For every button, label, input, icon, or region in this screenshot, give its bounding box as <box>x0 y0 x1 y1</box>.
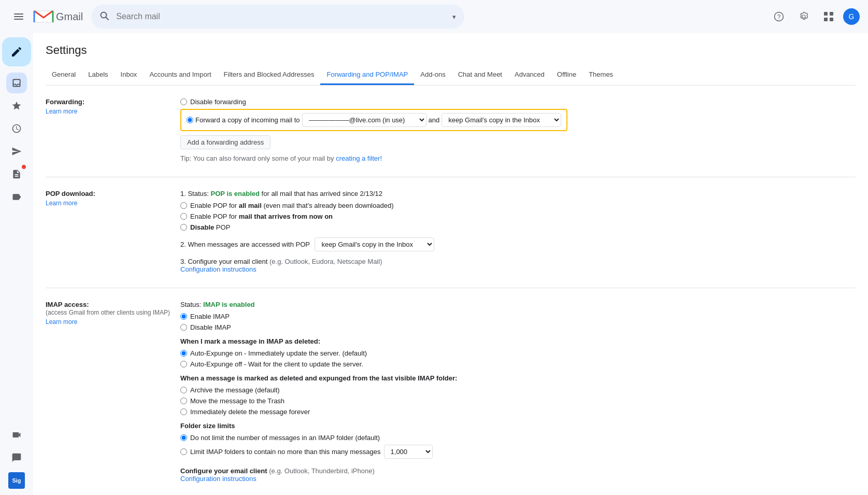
forwarding-learn-more[interactable]: Learn more <box>46 108 172 115</box>
pop-label-col: POP download: Learn more <box>46 190 180 273</box>
imap-enable-radio[interactable] <box>180 313 187 320</box>
add-forwarding-button[interactable]: Add a forwarding address <box>180 135 271 149</box>
main-content: Settings General Labels Inbox Accounts a… <box>33 33 868 495</box>
svg-line-4 <box>106 17 109 20</box>
tab-filters[interactable]: Filters and Blocked Addresses <box>218 65 321 85</box>
forward-disable-radio[interactable] <box>180 98 187 105</box>
pop-all-mail-row: Enable POP for all mail (even mail that'… <box>180 202 856 209</box>
imap-learn-more[interactable]: Learn more <box>46 318 172 326</box>
pop-now-label: Enable POP for mail that arrives from no… <box>190 213 333 220</box>
pop-config-link[interactable]: Configuration instructions <box>180 265 257 273</box>
forwarding-label: Forwarding: <box>46 98 84 106</box>
imap-archive-radio[interactable] <box>180 387 187 393</box>
sidebar-item-drafts[interactable] <box>6 164 27 185</box>
create-filter-link[interactable]: creating a filter! <box>336 154 382 162</box>
imap-delete-forever-radio[interactable] <box>180 408 187 415</box>
imap-delete-forever-row: Immediately delete the message forever <box>180 408 856 416</box>
imap-configure-label: Configure your email client (e.g. Outloo… <box>180 467 856 475</box>
user-avatar[interactable]: G <box>843 8 860 25</box>
sidebar-item-hangouts[interactable]: Sig <box>6 470 27 491</box>
pop-all-label: Enable POP for all mail (even mail that'… <box>190 202 394 209</box>
imap-auto-expunge-off-radio[interactable] <box>180 361 187 367</box>
search-dropdown-icon[interactable]: ▾ <box>452 13 456 21</box>
pop-learn-more[interactable]: Learn more <box>46 200 172 207</box>
settings-tabs: General Labels Inbox Accounts and Import… <box>46 65 856 86</box>
imap-disable-radio[interactable] <box>180 324 187 331</box>
imap-limit-radio[interactable] <box>180 448 187 455</box>
tab-general[interactable]: General <box>46 65 82 85</box>
tab-labels[interactable]: Labels <box>82 65 114 85</box>
settings-title: Settings <box>46 44 856 57</box>
sidebar-item-sent[interactable] <box>6 141 27 162</box>
imap-limit-select[interactable]: 1,000 2,000 5,000 10,000 <box>384 445 433 459</box>
gmail-logo: Gmail <box>33 9 83 24</box>
svg-rect-9 <box>824 18 828 21</box>
pop-disable-radio[interactable] <box>180 224 187 231</box>
tab-inbox[interactable]: Inbox <box>115 65 144 85</box>
sidebar-item-chat[interactable] <box>6 447 27 468</box>
imap-limit-row: Limit IMAP folders to contain no more th… <box>180 445 856 459</box>
tab-accounts[interactable]: Accounts and Import <box>143 65 217 85</box>
imap-status-line: Status: IMAP is enabled <box>180 301 856 308</box>
imap-section: IMAP access: (access Gmail from other cl… <box>46 301 856 483</box>
grid-icon[interactable] <box>818 6 839 27</box>
pop-status-line: 1. Status: POP is enabled for all mail t… <box>180 190 856 197</box>
tab-forwarding[interactable]: Forwarding and POP/IMAP <box>320 65 414 85</box>
imap-trash-radio[interactable] <box>180 398 187 404</box>
imap-config-link[interactable]: Configuration instructions <box>180 475 257 483</box>
svg-rect-7 <box>824 12 828 16</box>
imap-deleted-label: When I mark a message in IMAP as deleted… <box>180 337 856 345</box>
svg-rect-1 <box>14 16 23 17</box>
pop-disable-row: Disable POP <box>180 223 856 231</box>
sidebar-item-inbox[interactable] <box>6 73 27 93</box>
settings-header: Settings General Labels Inbox Accounts a… <box>33 33 868 86</box>
svg-rect-10 <box>830 18 833 21</box>
compose-button[interactable] <box>2 37 31 66</box>
forwarding-action-select[interactable]: keep Gmail's copy in the Inbox mark Gmai… <box>442 113 561 127</box>
menu-icon[interactable] <box>8 6 29 27</box>
topbar-right: ? G <box>769 6 860 27</box>
main-layout: Sig Settings General Labels Inbox Accoun… <box>0 33 868 495</box>
help-icon[interactable]: ? <box>769 6 789 27</box>
sidebar-item-snoozed[interactable] <box>6 118 27 139</box>
pop-now-row: Enable POP for mail that arrives from no… <box>180 213 856 220</box>
forwarding-email-select[interactable]: ——————@live.com (in use) <box>302 113 426 127</box>
sidebar-item-starred[interactable] <box>6 95 27 116</box>
imap-trash-label: Move the message to the Trash <box>190 397 284 405</box>
imap-archive-row: Archive the message (default) <box>180 386 856 394</box>
imap-auto-expunge-on-radio[interactable] <box>180 350 187 357</box>
pop-all-radio[interactable] <box>180 202 187 209</box>
forwarding-controls: Disable forwarding Forward a copy of inc… <box>180 98 856 162</box>
imap-label-sub: (access Gmail from other clients using I… <box>46 309 170 316</box>
imap-no-limit-radio[interactable] <box>180 434 187 441</box>
imap-archive-label: Archive the message (default) <box>190 386 280 394</box>
sidebar-item-labels[interactable] <box>6 187 27 207</box>
imap-disable-label: Disable IMAP <box>190 323 231 331</box>
forward-disable-label: Disable forwarding <box>190 98 246 106</box>
tab-addons[interactable]: Add-ons <box>414 65 451 85</box>
imap-auto-expunge-on-label: Auto-Expunge on - Immediately update the… <box>190 349 367 357</box>
imap-configure-suffix: (e.g. Outlook, Thunderbird, iPhone) <box>269 467 375 475</box>
drafts-badge <box>22 165 26 169</box>
search-input[interactable] <box>116 12 446 21</box>
settings-icon[interactable] <box>793 6 814 27</box>
imap-status-value: IMAP is enabled <box>203 301 254 308</box>
imap-no-limit-label: Do not limit the number of messages in a… <box>190 434 380 442</box>
pop-when-select[interactable]: keep Gmail's copy in the Inbox mark Gmai… <box>315 237 434 251</box>
forwarding-and-label: and <box>429 116 440 124</box>
forward-enable-radio[interactable] <box>187 117 193 123</box>
search-icon <box>99 11 110 23</box>
tab-chat[interactable]: Chat and Meet <box>452 65 508 85</box>
svg-rect-2 <box>14 19 23 20</box>
imap-no-limit-row: Do not limit the number of messages in a… <box>180 434 856 442</box>
tab-themes[interactable]: Themes <box>582 65 619 85</box>
sidebar-item-meet[interactable] <box>6 425 27 445</box>
forwarding-section: Forwarding: Learn more Disable forwardin… <box>46 98 856 162</box>
gmail-logo-text: Gmail <box>56 11 83 23</box>
tab-offline[interactable]: Offline <box>551 65 582 85</box>
pop-now-radio[interactable] <box>180 213 187 220</box>
pop-configure-label: 3. Configure your email client (e.g. Out… <box>180 258 856 265</box>
pop-section: POP download: Learn more 1. Status: POP … <box>46 190 856 273</box>
tab-advanced[interactable]: Advanced <box>508 65 551 85</box>
pop-disable-label: Disable POP <box>190 223 230 231</box>
